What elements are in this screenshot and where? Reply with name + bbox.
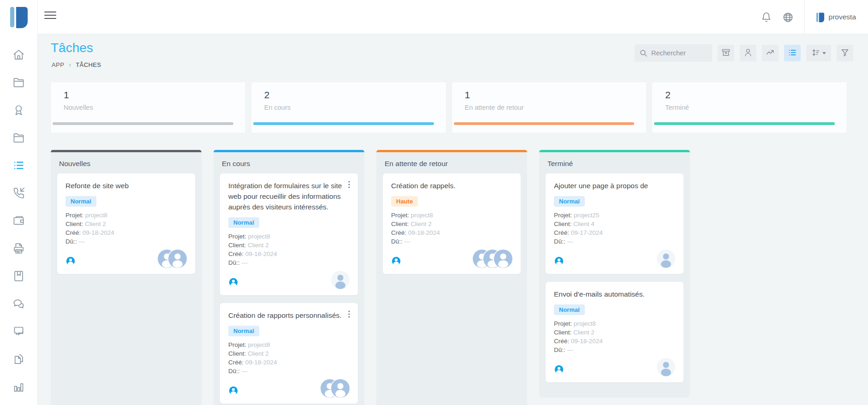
account-circle-icon[interactable] [65, 256, 76, 268]
task-title: Refonte de site web [65, 180, 187, 191]
brand-name: provesta [829, 13, 856, 21]
account-circle-icon[interactable] [554, 256, 564, 268]
task-card[interactable]: Intégration de formulaires sur le site w… [220, 173, 358, 295]
copy-pages-icon [12, 353, 25, 367]
brand[interactable]: provesta [816, 12, 856, 23]
stat-progress-bar [253, 122, 434, 125]
task-card[interactable]: Création de rapports personnalisés. Norm… [220, 303, 358, 404]
sidebar-nav [0, 34, 38, 405]
task-card[interactable]: Refonte de site web Normal Projet: proje… [57, 173, 195, 274]
page-title: Tâches [51, 41, 93, 55]
sidebar-item-awards[interactable] [0, 97, 37, 125]
app-logo[interactable] [0, 0, 38, 34]
sidebar-item-projects[interactable] [0, 69, 37, 97]
task-title: Création de rapports personnalisés. [228, 310, 350, 321]
stat-progress-bar [654, 122, 835, 125]
sidebar-item-documents[interactable] [0, 346, 37, 374]
home-icon [12, 48, 25, 63]
kebab-menu-icon[interactable] [345, 310, 353, 319]
kanban-column-nouvelles: Nouvelles Refonte de site web Normal Pro… [51, 150, 202, 405]
task-meta: Projet: project8 Client: Client 2 Créé: … [228, 340, 350, 375]
breadcrumb-current: TÂCHES [76, 61, 101, 68]
priority-badge: Normal [65, 196, 96, 207]
stat-value: 1 [51, 82, 245, 101]
account-circle-icon[interactable] [228, 386, 238, 398]
app-window: provesta [0, 0, 868, 405]
chart-view-button[interactable] [762, 45, 779, 61]
sidebar-item-files[interactable] [0, 125, 37, 152]
priority-badge: Normal [228, 326, 259, 336]
account-circle-icon[interactable] [228, 277, 238, 289]
stat-card-in-progress: 2 En cours [251, 82, 446, 133]
column-title: En cours [214, 152, 364, 173]
search-box[interactable] [635, 44, 712, 62]
folder-icon [12, 76, 25, 90]
task-card[interactable]: Ajouter une page à propos de Normal Proj… [546, 173, 684, 274]
topbar-divider [804, 0, 805, 34]
kanban-board: Nouvelles Refonte de site web Normal Pro… [51, 150, 690, 405]
menu-toggle-button[interactable] [44, 12, 56, 21]
sidebar-item-tasks[interactable] [0, 152, 37, 180]
stat-label: Terminé [652, 104, 847, 111]
sort-icon [811, 48, 820, 59]
sidebar-item-chat[interactable] [0, 291, 37, 318]
top-bar: provesta [0, 0, 868, 34]
archive-button[interactable] [718, 45, 734, 61]
avatar-stack [473, 250, 512, 268]
sort-button[interactable] [806, 45, 831, 61]
stat-card-new: 1 Nouvelles [51, 82, 245, 133]
sidebar-item-calls[interactable] [0, 180, 37, 208]
sidebar-item-home[interactable] [0, 42, 37, 69]
wallet-icon [12, 214, 25, 229]
kanban-column-termine: Terminé Ajouter une page à propos de Nor… [539, 150, 690, 405]
task-meta: Projet: project8 Client: Client 2 Créé: … [554, 319, 675, 354]
column-title: En attente de retour [376, 152, 527, 173]
priority-badge: Normal [554, 196, 585, 207]
avatar [657, 250, 675, 268]
kebab-menu-icon[interactable] [345, 180, 353, 189]
toolbar [635, 44, 853, 62]
sidebar-item-payments[interactable] [0, 208, 37, 235]
avatar-stack [158, 250, 187, 268]
sidebar-item-print[interactable] [0, 235, 37, 263]
globe-icon[interactable] [783, 12, 793, 23]
sidebar-item-reports[interactable] [0, 374, 37, 401]
award-icon [12, 104, 25, 118]
list-view-button[interactable] [784, 45, 801, 61]
task-card[interactable]: Envoi d'e-mails automatisés. Normal Proj… [546, 282, 684, 382]
avatar [657, 358, 675, 376]
stat-value: 2 [652, 82, 847, 101]
bell-icon[interactable] [761, 12, 772, 23]
kanban-column-en-attente: En attente de retour Création de rappels… [376, 150, 527, 405]
stat-label: Nouvelles [51, 104, 245, 111]
phone-incoming-icon [12, 187, 25, 201]
list-icon [12, 159, 25, 173]
filter-button[interactable] [837, 45, 853, 61]
column-title: Nouvelles [51, 152, 202, 173]
stat-progress-bar [53, 122, 233, 125]
assignees-button[interactable] [740, 45, 756, 61]
task-meta: Projet: project8 Client: Client 2 Créé: … [65, 211, 187, 246]
message-square-icon [12, 325, 25, 339]
task-card[interactable]: Création de rappels. Haute Projet: proje… [383, 173, 521, 274]
search-input[interactable] [651, 49, 707, 57]
bar-chart-icon [12, 381, 25, 395]
brand-logo-small-icon [816, 12, 825, 23]
account-circle-icon[interactable] [554, 364, 564, 376]
sidebar-item-messages[interactable] [0, 318, 37, 346]
breadcrumb-root[interactable]: APP [52, 61, 64, 68]
account-circle-icon[interactable] [391, 256, 401, 268]
priority-badge: Haute [391, 196, 418, 207]
avatar [168, 250, 187, 268]
filter-icon [840, 48, 850, 59]
task-title: Envoi d'e-mails automatisés. [554, 289, 675, 299]
priority-badge: Normal [554, 304, 585, 315]
breadcrumb: APP › TÂCHES [52, 61, 101, 68]
stat-progress-bar [454, 122, 635, 125]
priority-badge: Normal [228, 217, 259, 228]
chevron-right-icon: › [69, 61, 71, 68]
sidebar-item-knowledge[interactable] [0, 263, 37, 291]
avatar [494, 250, 512, 268]
search-icon [639, 49, 648, 57]
stat-label: En attente de retour [452, 104, 647, 111]
